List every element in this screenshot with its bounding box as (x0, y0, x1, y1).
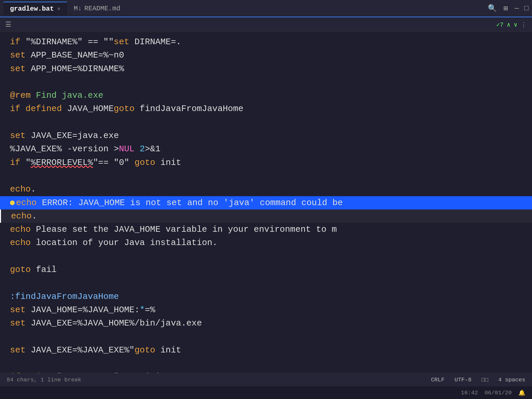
kw-java-home-strip: JAVA_HOME=%JAVA_HOME:*=% (31, 303, 155, 317)
tab-bar: gradlew.bat ✕ M↓ README.md 🔍 ⊞ — □ (0, 0, 532, 17)
readme-icon: M↓ (74, 5, 82, 12)
code-line-5: @rem Find java.exe (0, 89, 532, 102)
code-line-9: %JAVA_EXE% -version >NUL 2>&1 (0, 142, 532, 156)
kw-set7: set (10, 343, 26, 357)
chevron-up-icon[interactable]: ∧ (507, 21, 510, 28)
kw-goto3: goto (10, 263, 31, 276)
kw-find-java-label: findJavaFromJavaHome (140, 102, 243, 115)
code-line-blank1 (0, 75, 532, 89)
tab-close-icon[interactable]: ✕ (57, 5, 61, 12)
status-indent: □□ (481, 377, 488, 383)
kw-set2: set (10, 49, 26, 62)
chevron-down-icon[interactable]: ∨ (514, 21, 517, 28)
code-area[interactable]: if "%DIRNAME%" == "" set DIRNAME=. set A… (0, 32, 532, 373)
menu-dots-icon[interactable]: ⋮ (521, 21, 527, 28)
code-line-13: echo ERROR: JAVA_HOME is not set and no … (0, 196, 532, 209)
code-line-blank2 (0, 116, 532, 129)
kw-java-exe: JAVA_EXE=java.exe (31, 129, 119, 142)
maximize-icon[interactable]: □ (524, 4, 529, 13)
kw-echo1: echo (10, 183, 31, 196)
kw-find-java: Find java.exe (36, 89, 103, 102)
yellow-dot-icon (10, 200, 15, 205)
toolbar-right: ✓7 ∧ ∨ ⋮ (496, 21, 527, 28)
kw-appbase: APP_BASE_NAME=%~n0 (31, 49, 124, 62)
kw-java-exe2: JAVA_EXE=%JAVA_HOME%/bin/java.exe (31, 317, 202, 330)
code-line-blank7 (0, 357, 532, 370)
status-crlf[interactable]: CRLF (431, 377, 445, 383)
kw-fail: fail (36, 263, 57, 276)
code-line-15: echo Please set the JAVA_HOME variable i… (0, 223, 532, 236)
kw-rem: @rem (10, 89, 31, 102)
code-line-blank5 (0, 276, 532, 290)
kw-set4: set (10, 129, 26, 142)
kw-if-exist: if exist (10, 370, 52, 373)
kw-goto5: goto (119, 370, 140, 373)
status-encoding[interactable]: UTF-8 (455, 377, 471, 383)
code-line-14: echo. (0, 209, 532, 223)
kw-dirname-check: "%DIRNAME%" == "" (26, 35, 114, 49)
tab-icons: 🔍 ⊞ (488, 4, 508, 13)
kw-java-home-goto: JAVA_HOME (67, 102, 114, 115)
kw-redirect: >&1 (145, 142, 161, 156)
code-line-blank3 (0, 169, 532, 183)
code-line-12: echo. (0, 183, 532, 196)
kw-echo5: echo (10, 236, 31, 249)
kw-java-exe-version: %JAVA_EXE% -version > (10, 142, 119, 156)
kw-quote2: " (93, 156, 98, 169)
kw-quote1: " (26, 156, 31, 169)
status-date: 06/01/20 (484, 390, 512, 396)
code-line-blank6 (0, 330, 532, 343)
kw-if-defined: if defined (10, 102, 62, 115)
code-line-3: set APP_HOME=%DIRNAME% (0, 62, 532, 75)
kw-set3: set (10, 62, 26, 75)
kw-init3: init (145, 370, 166, 373)
kw-java-exe4: "%JAVA_EXE%" (57, 370, 119, 373)
kw-goto4: goto (134, 343, 155, 357)
kw-init: init (161, 156, 181, 169)
split-icon[interactable]: ⊞ (503, 4, 508, 13)
code-line-16: echo location of your Java installation. (0, 236, 532, 249)
kw-goto2: goto (135, 156, 155, 169)
kw-if: if (10, 35, 20, 49)
kw-dirname-val: DIRNAME=. (135, 35, 181, 49)
kw-set: set (114, 35, 129, 49)
search-icon[interactable]: 🔍 (488, 4, 497, 13)
kw-nul: NUL (119, 142, 135, 156)
status-chars: 84 chars, 1 line break (7, 377, 81, 383)
tab-gradlew[interactable]: gradlew.bat ✕ (3, 2, 67, 15)
kw-echo3: echo (11, 209, 32, 223)
kw-java-exe3: JAVA_EXE=%JAVA_EXE%" (31, 343, 134, 357)
kw-goto1: goto (114, 102, 134, 115)
kw-errorlevel: %ERRORLEVEL% (31, 156, 93, 169)
kw-init2: init (161, 343, 181, 357)
kw-echo2: echo (16, 196, 37, 209)
code-line-6: if defined JAVA_HOME goto findJavaFromJa… (0, 102, 532, 115)
kw-eqeq: == " (98, 156, 119, 169)
status-time: 16:42 (461, 390, 478, 396)
kw-apphome: APP_HOME=%DIRNAME% (31, 62, 124, 75)
check-count: ✓7 (496, 21, 504, 28)
status-bar: 84 chars, 1 line break CRLF UTF-8 □□ 4 s… (0, 373, 532, 386)
bottom-bar: 16:42 06/01/20 🔔 (0, 386, 532, 399)
code-line-blank4 (0, 250, 532, 263)
tab-readme[interactable]: M↓ README.md (67, 2, 127, 15)
kw-location: location of your Java installation. (36, 236, 217, 249)
status-spaces[interactable]: 4 spaces (498, 377, 525, 383)
kw-echo4: echo (10, 223, 31, 236)
kw-if2: if (10, 156, 20, 169)
kw-dot2: . (32, 209, 37, 223)
window-controls: — □ (515, 4, 529, 13)
code-line-26: if exist "%JAVA_EXE%" goto init (0, 370, 532, 373)
code-line-8: set JAVA_EXE=java.exe (0, 129, 532, 142)
minimize-icon[interactable]: — (515, 4, 519, 13)
tab-gradlew-label: gradlew.bat (10, 5, 54, 13)
notification-icon[interactable]: 🔔 (518, 389, 525, 396)
tab-readme-label: README.md (84, 5, 120, 12)
hamburger-icon[interactable]: ☰ (5, 20, 11, 29)
code-line-18: goto fail (0, 263, 532, 276)
editor-window: gradlew.bat ✕ M↓ README.md 🔍 ⊞ — □ ☰ ✓7 … (0, 0, 532, 399)
kw-error-msg: ERROR: JAVA_HOME is not set and no 'java… (42, 196, 343, 209)
kw-please: Please set the JAVA_HOME variable in you… (36, 223, 337, 236)
code-line-20: :findJavaFromJavaHome (0, 290, 532, 303)
kw-num2: 2 (140, 142, 145, 156)
